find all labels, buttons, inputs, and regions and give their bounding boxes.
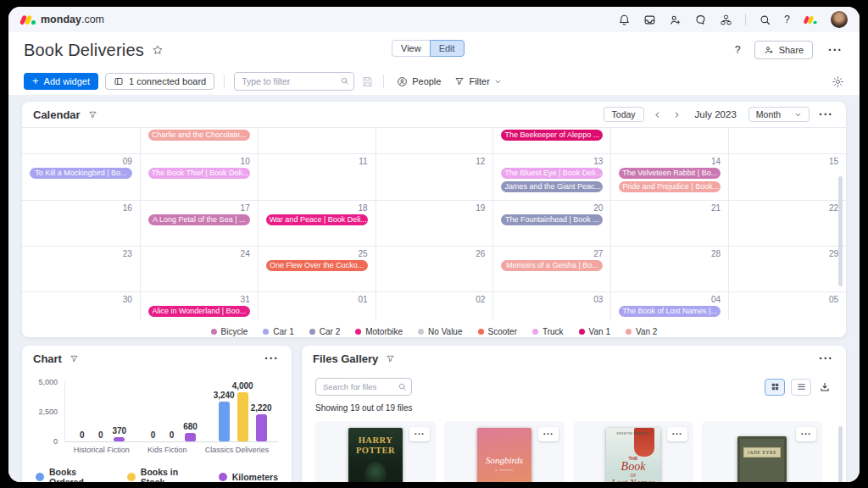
page-title[interactable]: Book Deliveries (24, 41, 144, 60)
file-search-input[interactable] (315, 378, 412, 396)
calendar-event[interactable]: The Bluest Eye | Book Deli... (501, 168, 603, 179)
calendar-cell[interactable]: 11 (258, 154, 376, 200)
calendar-cell[interactable]: 05 (728, 292, 846, 320)
legend-label: Bicycle (221, 327, 248, 336)
search-icon[interactable] (759, 14, 771, 26)
calendar-filter-icon[interactable] (88, 110, 97, 119)
calendar-event[interactable]: James and the Giant Peac... (501, 181, 603, 192)
today-button[interactable]: Today (604, 107, 644, 122)
list-view-button[interactable] (791, 379, 811, 396)
favorite-star-icon[interactable] (152, 44, 164, 56)
calendar-event[interactable]: The Book Thief | Book Deli... (148, 168, 250, 179)
chart-filter-icon[interactable] (70, 354, 79, 363)
monday-product-icon[interactable] (804, 14, 816, 25)
calendar-cell[interactable] (22, 128, 140, 153)
calendar-event[interactable]: War and Peace | Book Deli... (266, 214, 368, 225)
inbox-icon[interactable] (643, 14, 656, 26)
file-menu-icon[interactable] (796, 427, 816, 441)
calendar-cell[interactable]: 30 (22, 292, 140, 320)
products-switcher-icon[interactable] (720, 14, 732, 26)
calendar-event[interactable]: Pride and Prejudice | Book... (619, 181, 721, 192)
chart-menu-icon[interactable] (263, 352, 281, 364)
grid-view-button[interactable] (765, 379, 785, 396)
calendar-event[interactable]: The Beekeeper of Aleppo ... (501, 130, 603, 141)
calendar-cell[interactable]: 17A Long Petal of the Sea | ... (140, 201, 258, 246)
files-scrollbar[interactable] (838, 426, 843, 482)
calendar-cell[interactable]: 13The Bluest Eye | Book Deli...James and… (492, 154, 610, 200)
file-card[interactable]: KRISTIN HARMELTHEBookOFLost Names (573, 421, 693, 482)
edit-tab[interactable]: Edit (430, 40, 465, 57)
calendar-cell[interactable]: 14The Velveteen Rabbit | Bo...Pride and … (610, 154, 728, 200)
chart-legend-label: Kilometers (232, 472, 278, 482)
calendar-cell[interactable]: 03 (492, 292, 610, 320)
filter-button[interactable]: Filter (451, 75, 504, 88)
people-button[interactable]: People (393, 75, 444, 89)
calendar-cell[interactable]: 15 (728, 154, 846, 200)
file-card[interactable]: Songbirdsa novelChristy (444, 421, 565, 482)
calendar-view-select[interactable]: Month (748, 107, 810, 122)
calendar-cell[interactable]: 12 (376, 154, 493, 200)
calendar-cell[interactable] (728, 128, 846, 153)
calendar-menu-icon[interactable] (817, 108, 835, 120)
prev-month-icon[interactable] (652, 108, 664, 120)
calendar-cell[interactable]: 22 (728, 201, 846, 246)
user-avatar[interactable] (831, 11, 848, 28)
calendar-cell[interactable]: 02 (376, 292, 493, 320)
calendar-event[interactable]: One Flew Over the Cucko... (266, 260, 368, 271)
calendar-cell[interactable]: The Beekeeper of Aleppo ... (492, 128, 610, 153)
calendar-cell[interactable]: 18War and Peace | Book Deli... (258, 201, 376, 246)
calendar-cell[interactable]: 26 (376, 247, 493, 291)
calendar-cell[interactable]: 20The Fountainhead | Book ... (492, 201, 610, 246)
calendar-cell[interactable]: 21 (610, 201, 728, 246)
file-menu-icon[interactable] (409, 427, 430, 441)
calendar-cell[interactable]: 19 (376, 201, 493, 246)
calendar-cell[interactable] (376, 128, 493, 153)
share-button[interactable]: Share (754, 41, 813, 59)
download-icon[interactable] (817, 380, 832, 395)
next-month-icon[interactable] (671, 108, 683, 120)
board-menu-icon[interactable] (826, 44, 844, 56)
calendar-cell[interactable]: 28 (610, 247, 728, 291)
calendar-cell[interactable]: Charlie and the Chocolate... (140, 128, 258, 153)
calendar-cell[interactable]: 09To Kill a Mockingbird | Bo... (22, 154, 140, 200)
calendar-cell[interactable]: 25One Flew Over the Cucko... (258, 247, 376, 291)
files-filter-icon[interactable] (386, 354, 395, 363)
calendar-cell[interactable]: 04The Book of Lost Names |... (610, 292, 728, 320)
file-menu-icon[interactable] (538, 427, 559, 441)
calendar-scrollbar[interactable] (838, 176, 843, 286)
marketplace-icon[interactable] (694, 14, 707, 26)
calendar-event[interactable]: The Book of Lost Names |... (619, 306, 721, 317)
view-tab[interactable]: View (392, 40, 430, 57)
calendar-cell[interactable]: 24 (140, 247, 258, 291)
calendar-event[interactable]: To Kill a Mockingbird | Bo... (30, 168, 132, 179)
calendar-event[interactable]: A Long Petal of the Sea | ... (148, 214, 250, 225)
calendar-cell[interactable]: 01 (258, 292, 376, 320)
calendar-event[interactable]: The Fountainhead | Book ... (501, 214, 603, 225)
file-card[interactable]: JANE EYRE (702, 421, 822, 482)
connected-board-button[interactable]: 1 connected board (105, 73, 214, 90)
calendar-cell[interactable]: 23 (22, 247, 140, 291)
calendar-event[interactable]: Memoirs of a Geisha | Bo... (501, 260, 603, 271)
help-icon[interactable]: ? (784, 14, 790, 25)
file-menu-icon[interactable] (667, 427, 687, 441)
calendar-cell[interactable]: 31Alice in Wonderland | Boo... (140, 292, 258, 320)
calendar-cell[interactable]: 27Memoirs of a Geisha | Bo... (492, 247, 610, 291)
filter-input[interactable] (234, 72, 354, 91)
calendar-cell[interactable]: 29 (728, 247, 846, 291)
board-help-icon[interactable]: ? (735, 44, 741, 56)
calendar-event[interactable]: The Velveteen Rabbit | Bo... (619, 168, 721, 179)
calendar-cell[interactable]: 16 (22, 201, 140, 246)
calendar-date: 01 (259, 292, 376, 306)
calendar-cell[interactable] (610, 128, 728, 153)
files-menu-icon[interactable] (817, 352, 835, 364)
settings-gear-icon[interactable] (832, 75, 844, 88)
file-card[interactable]: HARRYPOTTER (315, 421, 436, 482)
add-widget-button[interactable]: + Add widget (24, 73, 98, 90)
calendar-cell[interactable] (258, 128, 376, 153)
calendar-cell[interactable]: 10The Book Thief | Book Deli... (140, 154, 258, 200)
calendar-event[interactable]: Alice in Wonderland | Boo... (148, 306, 250, 317)
calendar-event[interactable]: Charlie and the Chocolate... (148, 130, 250, 141)
invite-members-icon[interactable] (669, 14, 682, 26)
bar-value-label: 0 (170, 430, 175, 440)
notifications-bell-icon[interactable] (618, 14, 631, 26)
